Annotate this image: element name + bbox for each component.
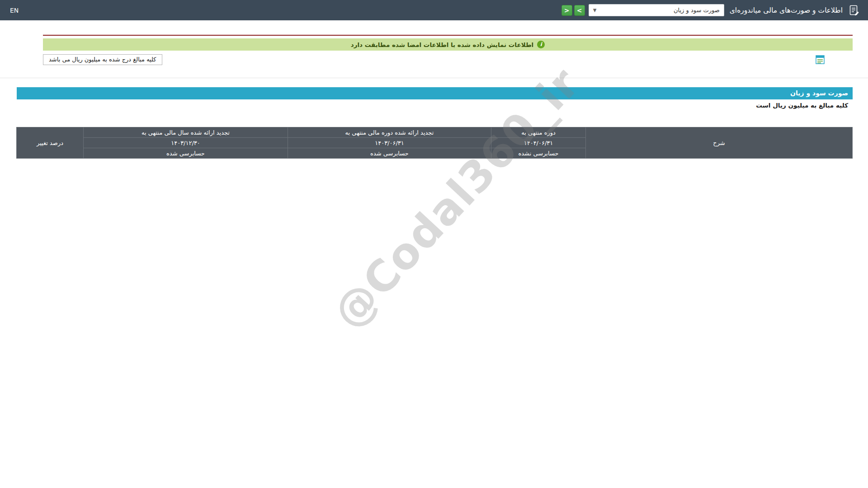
statement-type-select-value: صورت سود و زیان [674,7,720,14]
col-header-restated-period-title: تجدید ارائه شده دوره مالی منتهی به [288,127,491,138]
prev-statement-button[interactable]: < [561,5,572,16]
top-navigation-bar: اطلاعات و صورت‌های مالی میاندوره‌ای صورت… [0,0,868,20]
export-report-icon[interactable] [816,55,825,64]
statement-title-bar: صورت سود و زیان [17,87,853,99]
income-statement-table: شرح دوره منتهی به تجدید ارائه شده دوره م… [16,127,853,159]
col-header-current-title: دوره منتهی به [491,127,586,138]
col-header-current-date: ۱۴۰۴/۰۶/۳۱ [491,138,586,148]
col-header-restated-year-date: ۱۴۰۳/۱۲/۳۰ [84,138,288,148]
million-note-row: کلیه مبالغ درج شده به میلیون ریال می باش… [43,54,853,65]
signature-match-text: اطلاعات نمایش داده شده با اطلاعات امضا ش… [351,41,534,48]
statement-unit-note: کلیه مبالغ به میلیون ریال است [17,99,853,112]
language-toggle-en[interactable]: EN [10,7,19,14]
col-header-restated-year-title: تجدید ارائه شده سال مالی منتهی به [84,127,288,138]
statement-table-header: شرح دوره منتهی به تجدید ارائه شده دوره م… [17,127,853,159]
statement-wrap: صورت سود و زیان کلیه مبالغ به میلیون ریا… [0,78,868,159]
signature-match-alert: i اطلاعات نمایش داده شده با اطلاعات امضا… [43,38,853,51]
chevron-down-icon: ▼ [593,8,597,13]
col-header-restated-year-audit: حسابرسی شده [84,148,288,159]
info-icon: i [537,41,545,48]
col-header-restated-period-date: ۱۴۰۳/۰۶/۳۱ [288,138,491,148]
million-rial-note: کلیه مبالغ درج شده به میلیون ریال می باش… [43,54,162,65]
next-statement-button[interactable]: > [574,5,585,16]
col-header-description: شرح [586,127,853,159]
col-header-pct-change: درصد تغییر [17,127,84,159]
col-header-current-audit: حسابرسی نشده [491,148,586,159]
company-info-panel [43,30,853,36]
col-header-restated-period-audit: حسابرسی شده [288,148,491,159]
page-title: اطلاعات و صورت‌های مالی میاندوره‌ای [730,6,843,14]
report-form-icon [847,4,861,17]
statement-type-select[interactable]: صورت سود و زیان ▼ [589,4,724,16]
statement-section: صورت سود و زیان کلیه مبالغ به میلیون ریا… [17,87,853,159]
